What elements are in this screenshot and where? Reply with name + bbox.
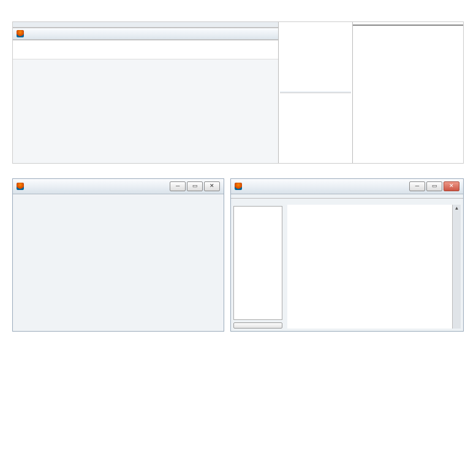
env-menubar[interactable] bbox=[231, 194, 463, 199]
figure-1 bbox=[12, 21, 464, 164]
function-table[interactable] bbox=[287, 205, 451, 329]
java-icon bbox=[235, 183, 242, 190]
maximize-button[interactable]: ▭ bbox=[426, 181, 442, 191]
data-button[interactable] bbox=[233, 322, 282, 329]
env-window-titlebar: ─ ▭ ✕ bbox=[231, 179, 463, 194]
definitions-area bbox=[13, 194, 224, 331]
close-button[interactable]: ✕ bbox=[204, 181, 220, 191]
minimize-button[interactable]: ─ bbox=[409, 181, 425, 191]
maximize-button[interactable]: ▭ bbox=[187, 181, 203, 191]
context-menu[interactable] bbox=[353, 25, 463, 26]
java-icon bbox=[17, 183, 24, 190]
file-list[interactable] bbox=[279, 22, 352, 91]
scripts-label bbox=[233, 201, 282, 203]
scripts-listbox[interactable] bbox=[233, 206, 282, 320]
iterator-window-titlebar: ─ ▭ ✕ bbox=[13, 179, 224, 194]
close-button[interactable]: ✕ bbox=[444, 181, 459, 191]
minimize-button[interactable]: ─ bbox=[170, 181, 186, 191]
figure-2: ─ ▭ ✕ ─ ▭ ✕ bbox=[12, 178, 464, 332]
iterator-window-bar bbox=[13, 28, 278, 40]
data-list[interactable] bbox=[279, 91, 352, 163]
data-header bbox=[280, 91, 351, 93]
toolbar bbox=[13, 22, 278, 28]
scrollbar[interactable]: ▲ bbox=[452, 205, 461, 329]
footer-cmd bbox=[13, 40, 278, 59]
scroll-up-icon[interactable]: ▲ bbox=[453, 205, 461, 212]
java-icon bbox=[17, 30, 24, 37]
